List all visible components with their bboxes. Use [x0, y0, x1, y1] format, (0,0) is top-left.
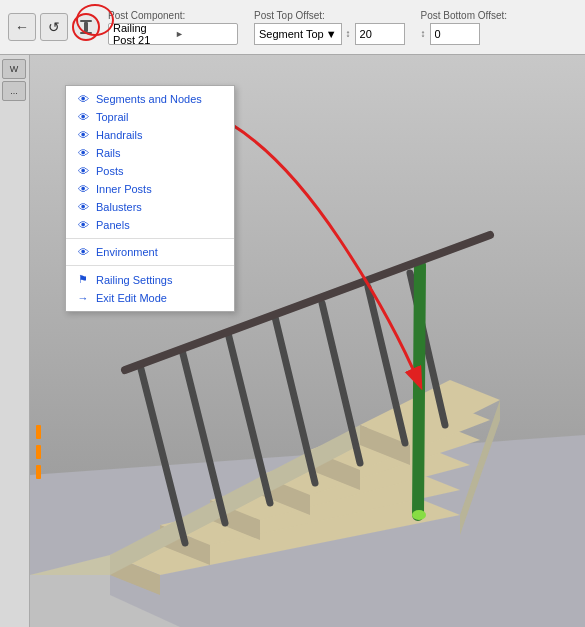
menu-label-balusters: Balusters [96, 201, 142, 213]
menu-item-railing-settings[interactable]: ⚑ Railing Settings [66, 270, 234, 289]
post-component-label: Post Component: [108, 10, 238, 21]
svg-rect-31 [36, 425, 41, 439]
eye-icon-balusters: 👁 [76, 201, 90, 213]
menu-item-toprail[interactable]: 👁 Toprail [66, 108, 234, 126]
left-sidebar: W ... [0, 55, 30, 627]
eye-icon-handrails: 👁 [76, 129, 90, 141]
eye-icon-inner-posts: 👁 [76, 183, 90, 195]
post-icon-button[interactable] [72, 13, 100, 41]
post-component-dropdown[interactable]: Railing Post 21 ► [108, 23, 238, 45]
svg-rect-33 [36, 465, 41, 479]
eye-icon-rails: 👁 [76, 147, 90, 159]
eye-icon-segments: 👁 [76, 93, 90, 105]
menu-item-balusters[interactable]: 👁 Balusters [66, 198, 234, 216]
svg-point-29 [412, 510, 426, 520]
svg-rect-1 [84, 22, 88, 32]
eye-icon-panels: 👁 [76, 219, 90, 231]
bottom-offset-icon: ↕ [421, 28, 426, 39]
post-top-offset-label: Post Top Offset: [254, 10, 405, 21]
svg-line-28 [418, 265, 420, 515]
post-component-section: Post Component: Railing Post 21 ► [108, 10, 238, 45]
back-button[interactable]: ← [8, 13, 36, 41]
menu-item-environment[interactable]: 👁 Environment [66, 243, 234, 261]
eye-icon-toprail: 👁 [76, 111, 90, 123]
menu-item-posts[interactable]: 👁 Posts [66, 162, 234, 180]
menu-label-posts: Posts [96, 165, 124, 177]
dropdown-arrow-icon: ► [175, 29, 233, 39]
post-component-value: Railing Post 21 [113, 22, 171, 46]
context-menu: 👁 Segments and Nodes 👁 Toprail 👁 Handrai… [65, 85, 235, 312]
menu-item-segments[interactable]: 👁 Segments and Nodes [66, 90, 234, 108]
toolbar-left-controls: ← ↺ [8, 13, 100, 41]
top-toolbar: ← ↺ Post Component: Railing Post 21 ► Po… [0, 0, 585, 55]
menu-label-handrails: Handrails [96, 129, 142, 141]
post-bottom-value-field[interactable] [430, 23, 480, 45]
svg-rect-0 [80, 20, 92, 22]
menu-label-panels: Panels [96, 219, 130, 231]
menu-label-inner-posts: Inner Posts [96, 183, 152, 195]
viewport: W ... 🏠 [0: Ground Floor] □ [3D / All] [0, 55, 585, 627]
menu-divider-2 [66, 265, 234, 266]
eye-icon-environment: 👁 [76, 246, 90, 258]
post-top-offset-section: Post Top Offset: Segment Top ▼ ↕ [254, 10, 405, 45]
menu-label-rails: Rails [96, 147, 120, 159]
scene-container: 🏠 [0: Ground Floor] □ [3D / All] [30, 55, 585, 627]
flag-icon: ⚑ [76, 273, 90, 286]
menu-label-environment: Environment [96, 246, 158, 258]
eye-icon-posts: 👁 [76, 165, 90, 177]
menu-label-exit-edit-mode: Exit Edit Mode [96, 292, 167, 304]
svg-rect-2 [80, 32, 92, 34]
menu-item-inner-posts[interactable]: 👁 Inner Posts [66, 180, 234, 198]
segment-top-label: Segment Top [259, 28, 324, 40]
post-bottom-offset-section: Post Bottom Offset: ↕ [421, 10, 508, 45]
sidebar-icon-1[interactable]: W [2, 59, 26, 79]
post-top-value-field[interactable] [355, 23, 405, 45]
post-top-offset-input-row: Segment Top ▼ ↕ [254, 23, 405, 45]
post-bottom-offset-input-row: ↕ [421, 23, 508, 45]
menu-item-panels[interactable]: 👁 Panels [66, 216, 234, 234]
post-bottom-offset-label: Post Bottom Offset: [421, 10, 508, 21]
segment-top-button[interactable]: Segment Top ▼ [254, 23, 342, 45]
menu-item-exit-edit-mode[interactable]: → Exit Edit Mode [66, 289, 234, 307]
segment-top-arrow: ▼ [326, 28, 337, 40]
post-icon [77, 19, 95, 35]
menu-label-toprail: Toprail [96, 111, 128, 123]
sidebar-icon-2[interactable]: ... [2, 81, 26, 101]
menu-item-handrails[interactable]: 👁 Handrails [66, 126, 234, 144]
svg-rect-32 [36, 445, 41, 459]
exit-icon: → [76, 292, 90, 304]
menu-label-railing-settings: Railing Settings [96, 274, 172, 286]
refresh-button[interactable]: ↺ [40, 13, 68, 41]
menu-item-rails[interactable]: 👁 Rails [66, 144, 234, 162]
menu-divider-1 [66, 238, 234, 239]
offset-icon: ↕ [346, 28, 351, 39]
menu-label-segments: Segments and Nodes [96, 93, 202, 105]
